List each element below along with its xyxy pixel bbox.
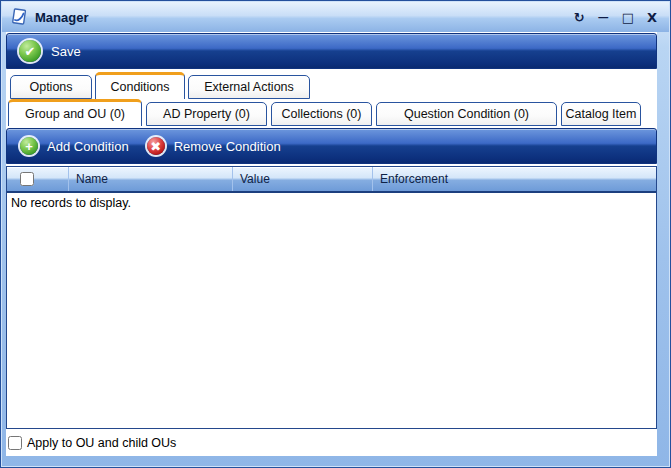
tab-external-actions[interactable]: External Actions (188, 75, 310, 99)
grid-header-row: Name Value Enforcement (7, 167, 656, 193)
window-content: ✔ Save Options Conditions External Actio… (6, 32, 657, 456)
save-toolbar: ✔ Save (6, 33, 657, 69)
tab-collections[interactable]: Collections (0) (271, 102, 372, 126)
column-header-enforcement[interactable]: Enforcement (373, 167, 656, 191)
tab-question-condition-label: Question Condition (0) (404, 107, 529, 121)
select-all-checkbox[interactable] (20, 172, 34, 186)
window-controls: ↻ — □ X (574, 11, 661, 24)
minimize-icon[interactable]: — (598, 12, 609, 23)
grid-body: No records to display. (7, 193, 656, 428)
window-title: Manager (35, 10, 88, 25)
manager-window: Manager ↻ — □ X ✔ Save Options Condition… (0, 0, 671, 468)
main-tab-strip: Options Conditions External Actions (6, 72, 657, 99)
manager-form-icon (10, 8, 28, 26)
tab-options[interactable]: Options (10, 75, 92, 99)
condition-toolbar: + Add Condition ✖ Remove Condition (6, 128, 657, 164)
tab-catalog-item[interactable]: Catalog Item (561, 102, 641, 126)
tab-group-and-ou-label: Group and OU (0) (25, 107, 125, 121)
tab-conditions[interactable]: Conditions (95, 72, 185, 99)
conditions-grid: Name Value Enforcement No records to dis… (6, 166, 657, 429)
tab-ad-property[interactable]: AD Property (0) (146, 102, 267, 126)
column-header-value[interactable]: Value (233, 167, 373, 191)
close-icon[interactable]: X (647, 11, 657, 24)
save-check-icon: ✔ (19, 40, 41, 62)
select-all-cell (7, 167, 69, 191)
save-button[interactable]: Save (51, 44, 81, 59)
empty-records-message: No records to display. (7, 193, 656, 213)
title-bar: Manager ↻ — □ X (2, 2, 669, 32)
add-plus-icon: + (20, 137, 38, 155)
refresh-icon[interactable]: ↻ (574, 11, 585, 24)
footer-row: Apply to OU and child OUs (6, 430, 657, 456)
tab-catalog-item-label: Catalog Item (566, 107, 637, 121)
remove-condition-button[interactable]: Remove Condition (174, 139, 281, 154)
tab-external-actions-label: External Actions (204, 80, 294, 94)
remove-x-icon: ✖ (147, 137, 165, 155)
tab-collections-label: Collections (0) (282, 107, 362, 121)
tab-group-and-ou[interactable]: Group and OU (0) (8, 99, 142, 126)
tab-options-label: Options (29, 80, 72, 94)
tab-question-condition[interactable]: Question Condition (0) (376, 102, 557, 126)
apply-ou-label[interactable]: Apply to OU and child OUs (27, 436, 176, 450)
column-header-name[interactable]: Name (69, 167, 233, 191)
add-condition-button[interactable]: Add Condition (47, 139, 129, 154)
tab-conditions-label: Conditions (110, 80, 169, 94)
condition-tab-strip: Group and OU (0) AD Property (0) Collect… (6, 99, 657, 126)
maximize-icon[interactable]: □ (622, 11, 634, 24)
tab-ad-property-label: AD Property (0) (163, 107, 250, 121)
apply-ou-checkbox[interactable] (8, 436, 22, 450)
